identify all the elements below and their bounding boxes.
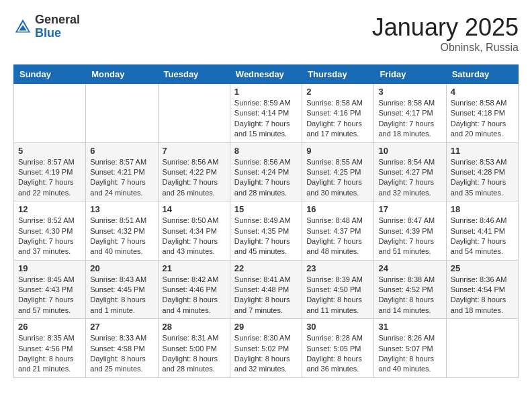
day-number: 10 [378,146,441,156]
day-info: Sunrise: 8:26 AM Sunset: 5:07 PM Dayligh… [378,333,441,375]
day-info: Sunrise: 8:52 AM Sunset: 4:30 PM Dayligh… [18,216,81,257]
logo-blue-text: Blue [35,27,80,40]
calendar-cell: 24Sunrise: 8:38 AM Sunset: 4:52 PM Dayli… [374,260,446,319]
calendar-cell: 10Sunrise: 8:54 AM Sunset: 4:27 PM Dayli… [374,142,446,201]
day-number: 11 [451,146,514,156]
day-number: 27 [90,322,153,332]
day-number: 7 [163,146,226,156]
day-number: 9 [306,146,369,156]
day-info: Sunrise: 8:36 AM Sunset: 4:54 PM Dayligh… [451,275,514,316]
day-number: 13 [90,204,153,214]
page-header: General Blue January 2025 Obninsk, Russi… [13,13,519,54]
day-number: 26 [18,322,81,332]
day-info: Sunrise: 8:33 AM Sunset: 4:58 PM Dayligh… [90,333,153,375]
calendar-week-row: 26Sunrise: 8:35 AM Sunset: 4:56 PM Dayli… [14,319,519,378]
day-number: 15 [234,204,298,214]
day-info: Sunrise: 8:47 AM Sunset: 4:39 PM Dayligh… [378,216,441,257]
calendar-cell: 8Sunrise: 8:56 AM Sunset: 4:24 PM Daylig… [230,142,302,201]
calendar-cell: 9Sunrise: 8:55 AM Sunset: 4:25 PM Daylig… [302,142,374,201]
day-number: 3 [378,87,441,97]
day-info: Sunrise: 8:35 AM Sunset: 4:56 PM Dayligh… [18,333,81,375]
day-number: 8 [234,146,298,156]
logo-general-text: General [35,13,80,27]
day-info: Sunrise: 8:54 AM Sunset: 4:27 PM Dayligh… [378,157,441,199]
calendar-cell: 18Sunrise: 8:46 AM Sunset: 4:41 PM Dayli… [446,201,518,261]
day-info: Sunrise: 8:49 AM Sunset: 4:35 PM Dayligh… [234,216,298,257]
day-number: 30 [306,322,369,332]
calendar-cell: 29Sunrise: 8:30 AM Sunset: 5:02 PM Dayli… [230,319,302,378]
calendar-cell: 26Sunrise: 8:35 AM Sunset: 4:56 PM Dayli… [14,319,86,378]
day-number: 14 [163,204,226,214]
calendar-week-row: 19Sunrise: 8:45 AM Sunset: 4:43 PM Dayli… [14,260,519,319]
logo: General Blue [13,13,80,40]
weekday-header: Tuesday [158,65,230,84]
calendar-cell: 21Sunrise: 8:42 AM Sunset: 4:46 PM Dayli… [158,260,230,319]
calendar-cell: 2Sunrise: 8:58 AM Sunset: 4:16 PM Daylig… [302,84,374,143]
day-number: 23 [306,263,369,273]
day-info: Sunrise: 8:50 AM Sunset: 4:34 PM Dayligh… [163,216,226,257]
calendar-cell: 31Sunrise: 8:26 AM Sunset: 5:07 PM Dayli… [374,319,446,378]
day-info: Sunrise: 8:31 AM Sunset: 5:00 PM Dayligh… [163,333,226,375]
day-number: 22 [234,263,298,273]
calendar-cell: 17Sunrise: 8:47 AM Sunset: 4:39 PM Dayli… [374,201,446,261]
day-info: Sunrise: 8:58 AM Sunset: 4:17 PM Dayligh… [378,98,441,140]
day-number: 18 [451,204,514,214]
day-info: Sunrise: 8:39 AM Sunset: 4:50 PM Dayligh… [306,275,369,316]
calendar-cell [14,84,86,143]
location: Obninsk, Russia [372,42,519,54]
calendar-cell: 1Sunrise: 8:59 AM Sunset: 4:14 PM Daylig… [230,84,302,143]
day-number: 5 [18,146,81,156]
calendar-table: SundayMondayTuesdayWednesdayThursdayFrid… [13,64,519,378]
day-number: 29 [234,322,298,332]
calendar-cell: 23Sunrise: 8:39 AM Sunset: 4:50 PM Dayli… [302,260,374,319]
day-info: Sunrise: 8:28 AM Sunset: 5:05 PM Dayligh… [306,333,369,375]
day-info: Sunrise: 8:55 AM Sunset: 4:25 PM Dayligh… [306,157,369,199]
calendar-cell: 14Sunrise: 8:50 AM Sunset: 4:34 PM Dayli… [158,201,230,261]
day-info: Sunrise: 8:48 AM Sunset: 4:37 PM Dayligh… [306,216,369,257]
calendar-week-row: 5Sunrise: 8:57 AM Sunset: 4:19 PM Daylig… [14,142,519,201]
day-info: Sunrise: 8:57 AM Sunset: 4:19 PM Dayligh… [18,157,81,199]
calendar-cell: 22Sunrise: 8:41 AM Sunset: 4:48 PM Dayli… [230,260,302,319]
calendar-week-row: 12Sunrise: 8:52 AM Sunset: 4:30 PM Dayli… [14,201,519,261]
calendar-cell [446,319,518,378]
day-info: Sunrise: 8:58 AM Sunset: 4:16 PM Dayligh… [306,98,369,140]
weekday-header: Thursday [302,65,374,84]
day-info: Sunrise: 8:57 AM Sunset: 4:21 PM Dayligh… [90,157,153,199]
day-number: 19 [18,263,81,273]
calendar-cell [158,84,230,143]
day-info: Sunrise: 8:41 AM Sunset: 4:48 PM Dayligh… [234,275,298,316]
calendar-cell [86,84,158,143]
day-info: Sunrise: 8:42 AM Sunset: 4:46 PM Dayligh… [163,275,226,316]
calendar-cell: 30Sunrise: 8:28 AM Sunset: 5:05 PM Dayli… [302,319,374,378]
day-number: 12 [18,204,81,214]
calendar-cell: 6Sunrise: 8:57 AM Sunset: 4:21 PM Daylig… [86,142,158,201]
calendar-cell: 3Sunrise: 8:58 AM Sunset: 4:17 PM Daylig… [374,84,446,143]
day-number: 6 [90,146,153,156]
day-number: 31 [378,322,441,332]
calendar-cell: 28Sunrise: 8:31 AM Sunset: 5:00 PM Dayli… [158,319,230,378]
weekday-header: Monday [86,65,158,84]
month-title: January 2025 [372,13,519,42]
day-number: 16 [306,204,369,214]
calendar-header-row: SundayMondayTuesdayWednesdayThursdayFrid… [14,65,519,84]
calendar-cell: 11Sunrise: 8:53 AM Sunset: 4:28 PM Dayli… [446,142,518,201]
calendar-cell: 20Sunrise: 8:43 AM Sunset: 4:45 PM Dayli… [86,260,158,319]
day-number: 1 [234,87,298,97]
calendar-cell: 12Sunrise: 8:52 AM Sunset: 4:30 PM Dayli… [14,201,86,261]
day-info: Sunrise: 8:38 AM Sunset: 4:52 PM Dayligh… [378,275,441,316]
weekday-header: Wednesday [230,65,302,84]
day-info: Sunrise: 8:43 AM Sunset: 4:45 PM Dayligh… [90,275,153,316]
calendar-cell: 16Sunrise: 8:48 AM Sunset: 4:37 PM Dayli… [302,201,374,261]
calendar-cell: 15Sunrise: 8:49 AM Sunset: 4:35 PM Dayli… [230,201,302,261]
day-info: Sunrise: 8:30 AM Sunset: 5:02 PM Dayligh… [234,333,298,375]
calendar-cell: 27Sunrise: 8:33 AM Sunset: 4:58 PM Dayli… [86,319,158,378]
day-number: 17 [378,204,441,214]
logo-text: General Blue [35,13,80,40]
calendar-week-row: 1Sunrise: 8:59 AM Sunset: 4:14 PM Daylig… [14,84,519,143]
day-number: 20 [90,263,153,273]
day-number: 25 [451,263,514,273]
weekday-header: Sunday [14,65,86,84]
day-number: 4 [451,87,514,97]
day-info: Sunrise: 8:58 AM Sunset: 4:18 PM Dayligh… [451,98,514,140]
calendar-cell: 25Sunrise: 8:36 AM Sunset: 4:54 PM Dayli… [446,260,518,319]
